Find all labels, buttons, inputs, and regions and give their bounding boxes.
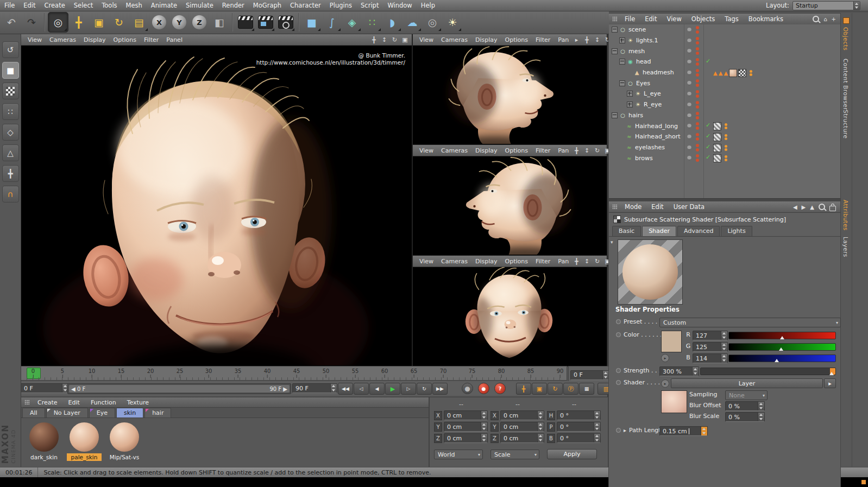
enable-axis-button[interactable]: ╋ [2, 165, 19, 182]
vp-menu-pan[interactable]: Pan [554, 147, 573, 154]
camera-button[interactable]: ◎ [423, 12, 442, 32]
vp-menu-display[interactable]: Display [471, 147, 501, 154]
rotate-tool-button[interactable]: ↻ [109, 12, 129, 32]
vp-menu-options[interactable]: Options [501, 147, 532, 154]
editor-visibility-dot[interactable] [687, 103, 691, 107]
rot-b-field[interactable]: 0 ° [557, 433, 601, 443]
rot-h-field[interactable]: 0 ° [557, 410, 601, 420]
render-settings-button[interactable] [276, 12, 295, 32]
point-mode-button[interactable]: ∷ [2, 103, 19, 120]
editor-visibility-dot[interactable] [687, 39, 691, 43]
viewport-rotate-icon[interactable]: ↻ [593, 258, 601, 265]
phong-tag-icon[interactable] [747, 69, 754, 77]
pos-z-field[interactable]: 0 cm [444, 433, 488, 443]
vp-menu-filter[interactable]: Filter [140, 36, 162, 43]
menu-character[interactable]: Character [286, 0, 325, 11]
tree-row-eyes[interactable]: ○ Eyes [609, 78, 840, 88]
modeling-button[interactable]: ∷ [362, 12, 382, 32]
menu-create[interactable]: Create [40, 0, 70, 11]
history-forward-icon[interactable]: ▶ [802, 204, 806, 210]
snap-button[interactable]: ∩ [2, 186, 19, 203]
goto-start-button[interactable]: ◀◀ [338, 383, 353, 395]
vp-menu-view[interactable]: View [24, 36, 46, 43]
tab-attributes[interactable]: Attributes [842, 200, 849, 231]
record-rotation-button[interactable]: ↻ [548, 383, 563, 395]
editor-visibility-dot[interactable] [687, 81, 691, 85]
layer-shader-button[interactable]: Layer [671, 378, 823, 388]
stepper[interactable] [721, 343, 727, 351]
slider-handle[interactable] [780, 336, 784, 339]
enabled-check-icon[interactable]: ✓ [706, 132, 710, 140]
record-button[interactable]: ● [462, 383, 473, 394]
stepper[interactable] [537, 422, 544, 431]
y-axis-lock-button[interactable]: Y [169, 12, 189, 32]
end-frame-field[interactable]: 90 F [292, 383, 337, 393]
tree-row-brows[interactable]: ≈ brows ✓ [609, 153, 840, 163]
menu-animate[interactable]: Animate [147, 0, 181, 11]
vp-menu-display[interactable]: Display [471, 36, 501, 43]
previous-key-button[interactable]: ◁ [354, 383, 369, 395]
hair-material-tag-icon[interactable] [713, 144, 721, 152]
texture-mode-button[interactable] [2, 83, 19, 99]
om-menu-file[interactable]: File [620, 15, 640, 23]
edge-mode-button[interactable]: ◇ [2, 124, 19, 141]
tree-row-r-eye[interactable]: ☀ R_eye [609, 99, 840, 110]
menu-select[interactable]: Select [70, 0, 97, 11]
record-parameter-button[interactable]: Ⓟ [563, 383, 578, 395]
stepper[interactable] [537, 434, 544, 442]
render-picture-viewer-button[interactable] [256, 12, 275, 32]
collapse-icon[interactable] [619, 80, 625, 86]
om-menu-objects[interactable]: Objects [687, 15, 720, 23]
stepper[interactable] [594, 434, 600, 442]
menu-tools[interactable]: Tools [97, 0, 121, 11]
viewport-pan-icon[interactable]: ╋ [573, 258, 581, 265]
render-visibility-dots[interactable] [696, 112, 699, 119]
tree-row-eyelashes[interactable]: ≈ eyelashes ✓ [609, 142, 840, 153]
blur-scale-field[interactable]: 0 % [725, 412, 765, 422]
move-tool-button[interactable]: ╋ [69, 12, 89, 32]
viewport-pan-icon[interactable]: ╋ [370, 36, 378, 43]
red-slider[interactable] [728, 332, 836, 339]
polygon-mode-button[interactable]: △ [2, 144, 19, 161]
material-menu-edit[interactable]: Edit [63, 399, 85, 406]
vp-menu-options[interactable]: Options [501, 258, 532, 265]
vp-menu-cameras[interactable]: Cameras [46, 36, 80, 43]
path-length-field[interactable]: 0.15 cm [659, 426, 708, 436]
material-menu-create[interactable]: Create [32, 399, 63, 406]
hair-tag-icon[interactable] [722, 155, 729, 162]
history-back-icon[interactable]: ◀ [793, 204, 797, 210]
material-menu-function[interactable]: Function [85, 399, 122, 406]
tree-row-mesh[interactable]: ○ mesh [609, 46, 840, 56]
render-visibility-dots[interactable] [696, 69, 699, 77]
selection-tag-icon[interactable]: ▲ [719, 69, 723, 77]
blue-field[interactable]: 114 [693, 353, 728, 363]
render-visibility-dots[interactable] [696, 101, 699, 109]
pos-y-field[interactable]: 0 cm [444, 422, 488, 432]
om-menu-tags[interactable]: Tags [720, 15, 743, 23]
material-tab-no-layer[interactable]: No Layer [46, 408, 88, 418]
layout-dropdown[interactable]: Startup [792, 1, 860, 10]
preview-range-bar[interactable]: ◀ 0 F 90 F ▶ [69, 385, 290, 393]
frame-field[interactable]: 0 F [570, 370, 609, 380]
menu-file[interactable]: File [0, 0, 19, 11]
vp-menu-view[interactable]: View [416, 147, 437, 154]
enabled-check-icon[interactable]: ✓ [706, 154, 710, 161]
undo-button[interactable]: ↶ [2, 12, 21, 32]
tree-row-l-eye[interactable]: ☀ L_eye [609, 88, 840, 99]
selection-tag-icon[interactable]: ▲ [713, 69, 718, 77]
viewport-canvas[interactable] [413, 156, 607, 255]
keyframe-dot-icon[interactable] [616, 428, 621, 433]
live-selection-button[interactable]: ◎ [48, 12, 68, 33]
hair-tag-icon[interactable] [722, 134, 729, 141]
render-visibility-dots[interactable] [696, 47, 699, 55]
editor-visibility-dot[interactable] [687, 113, 691, 118]
editor-visibility-dot[interactable] [687, 28, 691, 32]
stepper[interactable] [701, 427, 707, 435]
record-scale-button[interactable]: ▣ [532, 383, 547, 395]
timeline-ruler[interactable]: 0 5 10 15 20 25 30 35 40 45 50 55 60 65 … [21, 366, 567, 381]
play-button[interactable]: ▶ [385, 383, 400, 395]
tree-row-hairs[interactable]: ○ hairs [609, 110, 840, 121]
loop-button[interactable]: ↻ [417, 383, 432, 395]
material-item[interactable]: pale_skin [67, 422, 102, 461]
viewport-canvas[interactable] [413, 267, 607, 365]
